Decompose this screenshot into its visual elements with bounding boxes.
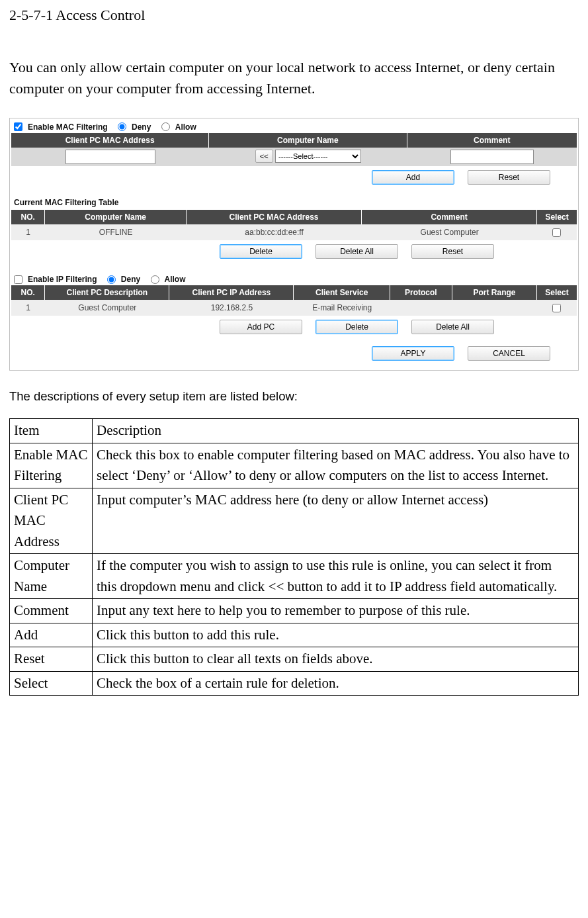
ip-hdr-service: Client Service (294, 285, 390, 300)
mac-deny-radio[interactable] (118, 122, 126, 131)
desc-text: Check this box to enable computer filter… (93, 443, 579, 488)
table-row: 1 Guest Computer 192.168.2.5 E-mail Rece… (11, 300, 577, 316)
ip-delete-all-button[interactable]: Delete All (411, 320, 494, 334)
router-ui-screenshot: Enable MAC Filtering Deny Allow Client P… (9, 118, 579, 371)
cell-mac: aa:bb:cc:dd:ee:ff (187, 224, 362, 240)
desc-item: Select (10, 671, 93, 696)
desc-item: Add (10, 623, 93, 647)
ip-cell-ip: 192.168.2.5 (169, 300, 294, 316)
cell-name: OFFLINE (45, 224, 187, 240)
enable-ip-filtering-label: Enable IP Filtering (28, 275, 97, 284)
desc-item: Computer Name (10, 554, 93, 599)
desc-text: Click this button to add this rule. (93, 623, 579, 647)
hdr-comment: Comment (407, 133, 577, 148)
desc-item: Client PC MAC Address (10, 488, 93, 554)
desc-item: Reset (10, 647, 93, 672)
computer-name-select[interactable]: ------Select------ (275, 150, 361, 163)
hdr-no: NO. (11, 210, 45, 224)
desc-header-item: Item (10, 419, 93, 443)
ip-cell-service: E-mail Receiving (294, 300, 390, 316)
hdr-mac-address: Client PC MAC Address (11, 133, 209, 148)
mac-deny-label: Deny (132, 122, 151, 132)
copy-mac-button[interactable]: << (255, 150, 273, 163)
mac-allow-label: Allow (175, 122, 196, 132)
description-intro: The descriptions of every setup item are… (9, 389, 579, 404)
desc-header-desc: Description (93, 419, 579, 443)
desc-text: Click this button to clear all texts on … (93, 647, 579, 672)
mac-address-input[interactable] (65, 150, 155, 164)
ip-deny-radio[interactable] (107, 275, 116, 284)
desc-text: Input computer’s MAC address here (to de… (93, 488, 579, 554)
delete-button[interactable]: Delete (220, 244, 302, 259)
enable-mac-filtering-label: Enable MAC Filtering (28, 122, 108, 132)
ip-hdr-select: Select (537, 285, 577, 300)
ip-row-select-checkbox[interactable] (552, 304, 561, 312)
ip-deny-label: Deny (121, 275, 140, 284)
desc-text: Check the box of a certain rule for dele… (93, 671, 579, 696)
delete-all-button[interactable]: Delete All (315, 244, 398, 259)
reset-button-2[interactable]: Reset (411, 244, 494, 259)
ip-allow-radio[interactable] (151, 275, 159, 284)
add-button[interactable]: Add (372, 170, 454, 185)
ip-filter-toggle-row: Enable IP Filtering Deny Allow (11, 263, 577, 285)
ip-hdr-desc: Client PC Description (45, 285, 169, 300)
ip-cell-desc: Guest Computer (45, 300, 169, 316)
intro-paragraph: You can only allow certain computer on y… (9, 57, 579, 99)
description-table: Item Description Enable MAC FilteringChe… (9, 418, 579, 696)
enable-ip-filtering-checkbox[interactable] (14, 275, 22, 284)
cell-comment: Guest Computer (362, 224, 537, 240)
comment-input[interactable] (450, 150, 534, 164)
ip-allow-label: Allow (165, 275, 186, 284)
enable-mac-filtering-checkbox[interactable] (14, 122, 22, 131)
row-select-checkbox[interactable] (552, 228, 561, 237)
ip-cell-proto (390, 300, 452, 316)
desc-text: Input any text here to help you to remem… (93, 599, 579, 623)
apply-button[interactable]: APPLY (372, 346, 454, 361)
table-row: 1 OFFLINE aa:bb:cc:dd:ee:ff Guest Comput… (11, 224, 577, 240)
add-pc-button[interactable]: Add PC (220, 320, 302, 334)
mac-input-row: << ------Select------ (11, 148, 577, 166)
reset-button[interactable]: Reset (468, 170, 550, 185)
ip-cell-no: 1 (11, 300, 45, 316)
ip-hdr-ip: Client PC IP Address (169, 285, 294, 300)
hdr-name: Computer Name (45, 210, 187, 224)
ip-header: NO. Client PC Description Client PC IP A… (11, 285, 577, 300)
mac-allow-radio[interactable] (161, 122, 170, 131)
hdr-select: Select (537, 210, 577, 224)
ip-hdr-proto: Protocol (390, 285, 452, 300)
cancel-button[interactable]: CANCEL (468, 346, 550, 361)
mac-filter-toggle-row: Enable MAC Filtering Deny Allow (11, 121, 577, 133)
current-mac-table-title: Current MAC Filtering Table (11, 189, 577, 210)
desc-text: If the computer you wish to assign to us… (93, 554, 579, 599)
hdr-mac: Client PC MAC Address (187, 210, 362, 224)
desc-item: Comment (10, 599, 93, 623)
cell-no: 1 (11, 224, 45, 240)
ip-hdr-no: NO. (11, 285, 45, 300)
section-heading: 2-5-7-1 Access Control (9, 7, 579, 24)
ip-cell-port (452, 300, 537, 316)
hdr-comment2: Comment (362, 210, 537, 224)
mac-input-header: Client PC MAC Address Computer Name Comm… (11, 133, 577, 148)
ip-delete-button[interactable]: Delete (315, 320, 398, 334)
ip-hdr-port: Port Range (452, 285, 537, 300)
current-mac-header: NO. Computer Name Client PC MAC Address … (11, 210, 577, 224)
hdr-computer-name: Computer Name (209, 133, 407, 148)
desc-item: Enable MAC Filtering (10, 443, 93, 488)
